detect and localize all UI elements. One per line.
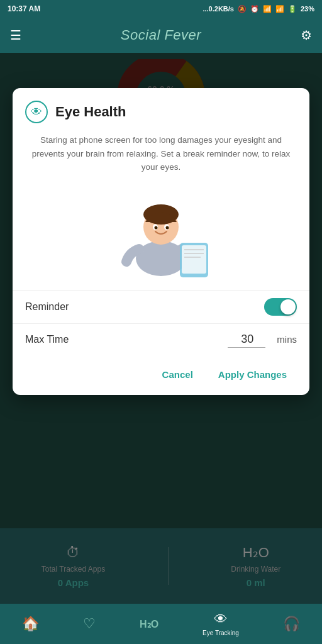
status-icons: ...0.2KB/s 🔕 ⏰ 📶 📶 🔋 23% [203, 5, 314, 13]
water-nav-icon: H₂O [140, 618, 158, 630]
app-title: Social Fever [121, 27, 201, 43]
time-display: 10:37 AM [8, 4, 40, 13]
bottom-navigation: 🏠 ♡ H₂O 👁 Eye Tracking 🎧 [0, 604, 322, 644]
eye-icon-container: 👁 [25, 101, 48, 123]
heart-icon: ♡ [83, 616, 96, 632]
max-time-input[interactable] [228, 331, 265, 348]
nav-audio[interactable]: 🎧 [273, 613, 310, 635]
eye-health-dialog: 👁 Eye Health Staring at phone screen for… [13, 88, 309, 395]
nav-heart[interactable]: ♡ [73, 613, 106, 635]
person-illustration [108, 189, 214, 277]
illustration-area [13, 184, 309, 290]
reminder-row: Reminder [13, 290, 309, 323]
status-time: 10:37 AM [8, 4, 40, 13]
eye-nav-icon: 👁 [214, 611, 228, 628]
eye-icon: 👁 [31, 106, 42, 119]
svg-point-9 [166, 226, 169, 229]
svg-point-8 [155, 226, 158, 229]
app-bar: ☰ Social Fever ⚙ [0, 18, 322, 53]
status-bar: 10:37 AM ...0.2KB/s 🔕 ⏰ 📶 📶 🔋 23% [0, 0, 322, 18]
dialog-title: Eye Health [55, 104, 126, 120]
cancel-button[interactable]: Cancel [152, 364, 203, 385]
dialog-actions: Cancel Apply Changes [13, 358, 309, 395]
battery-percent: 23% [301, 5, 314, 13]
home-icon: 🏠 [22, 616, 39, 632]
max-time-label: Max Time [25, 334, 220, 345]
reminder-label: Reminder [25, 301, 69, 313]
settings-icon[interactable]: ⚙ [301, 28, 312, 43]
toggle-knob [280, 299, 296, 314]
max-time-unit: mins [277, 334, 297, 345]
max-time-row: Max Time mins [13, 323, 309, 358]
nav-home[interactable]: 🏠 [12, 613, 49, 635]
network-speed: ...0.2KB/s [203, 5, 234, 13]
headphones-icon: 🎧 [283, 616, 300, 632]
hamburger-icon[interactable]: ☰ [10, 28, 21, 43]
dialog-description: Staring at phone screen for too long dam… [13, 130, 309, 184]
nav-eye-label: Eye Tracking [203, 630, 239, 636]
dialog-header: 👁 Eye Health [13, 88, 309, 130]
signal-icon: 📶 [263, 5, 272, 13]
alarm-icon: ⏰ [250, 5, 259, 13]
battery-icon: 🔋 [288, 5, 297, 13]
nav-water[interactable]: H₂O [130, 616, 169, 633]
apply-button[interactable]: Apply Changes [208, 364, 297, 385]
mute-icon: 🔕 [238, 5, 247, 13]
reminder-toggle[interactable] [264, 298, 297, 316]
nav-eye-tracking[interactable]: 👁 Eye Tracking [192, 609, 249, 639]
wifi-icon: 📶 [275, 5, 284, 13]
